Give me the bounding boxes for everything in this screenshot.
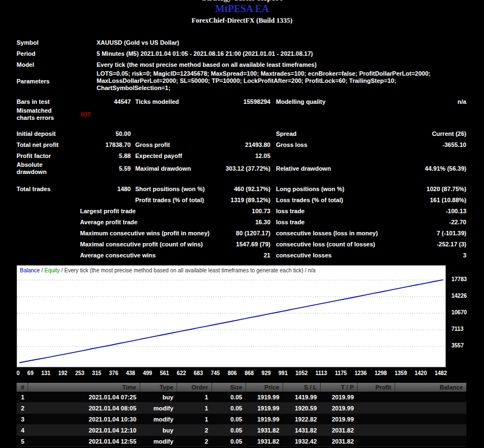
row-total-trades: Total trades 1480 Short positions (won %… [17,183,466,194]
row-period: Period 5 Minutes (M5) 2021.01.04 01:05 -… [17,48,466,59]
x-axis-label: 0 [17,370,20,376]
value-maximal-consecutive-profit: 1547.69 (79) [236,241,270,247]
label-maximal-consecutive-profit: Maximal consecutive profit (count of win… [80,241,203,247]
label-total-trades: Total trades [17,186,80,193]
trade-cell: 2019.99 [320,416,357,423]
trade-row[interactable]: 12021.01.04 07:25buy10.051919.991419.992… [17,392,466,403]
trades-col-header-time: Time [28,383,140,392]
trade-cell: 1931.82 [246,438,283,445]
label-expected-payoff: Expected payoff [135,152,182,159]
stats-table: Symbol XAUUSD (Gold vs US Dollar) Period… [17,37,466,261]
label-period: Period [17,50,97,57]
trade-cell: 2021.01.04 12:55 [28,438,140,445]
x-axis-label: 929 [262,370,271,376]
row-average-trade: Average profit trade 16.30 loss trade -2… [17,217,466,228]
trade-cell: modify [140,405,177,412]
value-period: 5 Minutes (M5) 2021.01.04 01:05 - 2021.0… [97,50,466,57]
label-short-positions: Short positions (won %) [135,186,205,192]
x-axis-label: 1298 [375,370,387,376]
balance-chart: Balance / Equity / Every tick (the most … [17,265,484,379]
x-axis-label: 991 [279,370,288,376]
trade-cell: modify [140,416,177,423]
trade-cell: 2021.01.04 12:10 [28,427,140,434]
value-symbol: XAUUSD (Gold vs US Dollar) [97,39,466,46]
trade-cell: 1919.99 [246,416,283,423]
trade-cell: buy [140,427,177,434]
trade-cell: 1419.99 [283,394,320,400]
trade-cell: 1 [177,416,211,423]
trade-row[interactable]: 22021.01.04 08:05modify10.051919.991920.… [17,403,466,414]
row-average-consecutive: Average consecutive wins 21 consecutive … [17,250,466,261]
trade-cell: 2019.99 [320,405,357,412]
trades-table: #TimeTypeOrderSizePriceS / LT / PProfitB… [17,383,466,447]
value-profit-factor: 5.88 [80,152,131,159]
row-maximal-consecutive: Maximal consecutive profit (count of win… [17,239,466,250]
trade-cell: 0.05 [211,394,246,400]
trades-col-header-type: Type [140,383,177,392]
chart-plot-area: Balance / Equity / Every tick (the most … [17,265,446,367]
label-ticks-modelled: Ticks modelled [135,98,179,105]
x-axis-label: 253 [75,370,84,376]
x-axis-label: 745 [211,370,220,376]
trade-cell: 1 [17,394,28,400]
row-mismatched: Mismatched charts errors 037 [17,107,466,122]
label-total-net-profit: Total net profit [17,141,80,149]
trade-cell: 2021.01.04 10:30 [28,416,140,423]
label-largest-loss-trade: loss trade [276,208,305,214]
x-axis-label: 192 [58,370,67,376]
legend-balance-label: Balance [20,267,40,273]
value-short-positions: 460 (92.17%) [234,186,270,192]
x-axis-label: 1113 [316,370,327,376]
value-average-loss-trade: -22.70 [449,219,466,225]
x-axis-label: 69 [28,370,34,376]
trade-cell: 5 [17,438,28,445]
report-title: MtPESA EA [0,3,484,15]
trade-cell: modify [140,438,177,445]
chart-legend: Balance / Equity / Every tick (the most … [20,267,316,273]
trade-cell: 1 [177,394,211,400]
trade-cell: 1 [177,405,211,412]
value-spread: Current (26) [432,130,466,137]
trade-cell: 3 [17,416,28,423]
label-profit-factor: Profit factor [17,152,80,160]
row-deposit: Initial deposit 50.00 Spread Current (26… [17,128,466,139]
clipped-heading: Strategy Tester Report [0,0,484,3]
label-model: Model [17,61,97,68]
parameters-line-1: LOTS=0.05; risk=0; MagicID=12345678; Max… [97,70,466,77]
trade-cell: 1922.82 [283,416,320,423]
x-axis-label: 622 [177,370,186,376]
label-max-consecutive-wins: Maximum consecutive wins (profit in mone… [80,230,210,236]
value-largest-profit-trade: 100.73 [252,208,270,214]
trade-row[interactable]: 42021.01.04 12:10buy20.051931.821431.822… [17,425,466,436]
value-relative-drawdown: 44.91% (56.39) [425,165,466,172]
value-total-trades: 1480 [80,186,131,192]
legend-equity-label: Equity [44,267,60,273]
value-max-consecutive-losses: 7 (-101.39) [437,230,466,236]
legend-description: / Every tick (the most precise method ba… [60,267,316,273]
y-axis-label: 7113 [451,326,464,332]
value-gross-loss: -3655.10 [443,141,466,148]
y-axis-labels: 35577113106701422617783 [449,265,483,367]
trade-cell: 0.05 [211,427,246,434]
trade-row[interactable]: 52021.01.04 12:55modify20.051931.821932.… [17,436,466,447]
trade-cell: 2019.99 [320,394,357,400]
parameters-line-2: MaxLossDollarPerLot=2000; SL=50000; TP=1… [97,77,466,92]
balance-line [19,280,443,363]
row-max-consecutive: Maximum consecutive wins (profit in mone… [17,228,466,239]
value-average-consecutive-wins: 21 [264,252,270,259]
value-expected-payoff: 12.05 [255,152,270,159]
x-axis-label: 683 [194,370,203,376]
value-average-consecutive-losses: 3 [463,252,466,259]
value-long-positions: 1020 (87.75%) [427,186,466,192]
label-loss-trades: Loss trades (% of total) [276,197,343,203]
label-long-positions: Long positions (won %) [276,186,344,192]
trades-col-header-profit: Profit [357,383,395,392]
x-axis-label: 1420 [414,370,427,376]
x-axis-label: 376 [109,370,119,376]
label-initial-deposit: Initial deposit [17,130,80,138]
trade-cell: 2021.01.04 08:05 [28,405,140,412]
value-profit-trades: 1319 (89.12%) [231,197,270,203]
trade-row[interactable]: 32021.01.04 10:30modify10.051919.991922.… [17,414,466,425]
label-largest-profit-trade: Largest profit trade [80,208,136,214]
value-mismatched-errors: 037 [80,111,131,118]
